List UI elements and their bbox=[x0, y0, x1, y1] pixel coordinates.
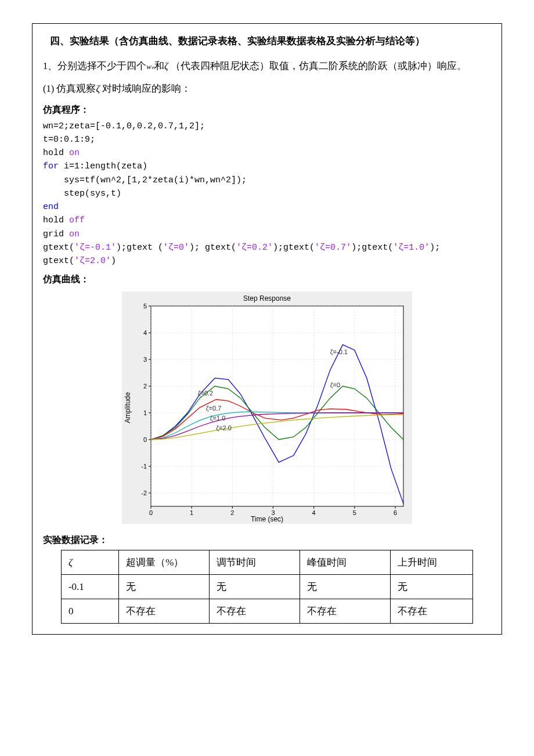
code-l10e: );gtext( bbox=[351, 243, 393, 253]
svg-text:4: 4 bbox=[312, 509, 316, 516]
svg-text:ζ=1.0: ζ=1.0 bbox=[210, 415, 226, 422]
table-cell: 不存在 bbox=[300, 599, 391, 624]
chart-ylabel: Amplitude bbox=[124, 392, 132, 423]
paragraph-2: (1) 仿真观察ζ 对时域响应的影响： bbox=[43, 80, 491, 98]
svg-text:5: 5 bbox=[353, 509, 356, 516]
svg-text:ζ=0.7: ζ=0.7 bbox=[206, 405, 222, 412]
code-l1: wn=2;zeta=[-0.1,0,0.2,0.7,1,2]; bbox=[43, 121, 205, 131]
table-cell: 不存在 bbox=[119, 599, 210, 624]
table-cell: 无 bbox=[210, 575, 300, 599]
table-cell: 无 bbox=[391, 575, 473, 599]
svg-text:-1: -1 bbox=[141, 463, 147, 470]
svg-text:ζ=-0.1: ζ=-0.1 bbox=[330, 348, 348, 355]
paragraph-1: 1、分别选择不少于四个wₙ和ζ （代表四种阻尼状态）取值，仿真二阶系统的阶跃（或… bbox=[43, 57, 491, 75]
table-cell: 不存在 bbox=[210, 599, 300, 624]
para1-text-b: 和 bbox=[154, 60, 164, 71]
svg-text:0: 0 bbox=[149, 509, 153, 516]
code-l10s1: 'ζ=-0.1' bbox=[74, 243, 116, 253]
label-program: 仿真程序： bbox=[43, 104, 491, 116]
code-l4: for bbox=[43, 161, 59, 171]
code-l9b: on bbox=[69, 229, 80, 239]
code-l10s2: 'ζ=0' bbox=[163, 243, 189, 253]
svg-text:ζ=2.0: ζ=2.0 bbox=[216, 424, 232, 431]
table-cell: 无 bbox=[119, 575, 210, 599]
code-l6: step(sys,t) bbox=[43, 189, 121, 199]
table-cell: 不存在 bbox=[391, 599, 473, 624]
code-l10a: gtext( bbox=[43, 243, 74, 253]
code-l7: end bbox=[43, 202, 59, 212]
chart-title: Step Response bbox=[243, 294, 291, 303]
chart-xlabel: Time (sec) bbox=[251, 515, 283, 523]
code-l2: t=0:0.1:9; bbox=[43, 135, 95, 145]
table-row: 0 不存在 不存在 不存在 不存在 bbox=[61, 599, 472, 624]
code-l10b: );gtext ( bbox=[116, 243, 163, 253]
code-l10c: ); gtext( bbox=[189, 243, 236, 253]
table-header-row: ζ 超调量（%） 调节时间 峰值时间 上升时间 bbox=[61, 550, 472, 575]
code-l10d: );gtext( bbox=[273, 243, 315, 253]
step-response-chart: Step Response 0123456-2-1012345ζ=-0.1ζ=0… bbox=[122, 291, 412, 524]
table-header-cell: 峰值时间 bbox=[300, 550, 391, 575]
para1-text-a: 1、分别选择不少于四个 bbox=[43, 60, 146, 71]
code-l8b: off bbox=[69, 215, 85, 225]
svg-text:1: 1 bbox=[190, 509, 193, 516]
section-title: 四、实验结果（含仿真曲线、数据记录表格、实验结果数据表格及实验分析与结论等） bbox=[43, 34, 491, 48]
svg-text:ζ=0.2: ζ=0.2 bbox=[198, 390, 214, 397]
table-row: -0.1 无 无 无 无 bbox=[61, 575, 472, 599]
svg-text:4: 4 bbox=[143, 329, 147, 336]
code-l3b: on bbox=[69, 148, 80, 158]
code-l4b: i=1:length(zeta) bbox=[59, 161, 147, 171]
label-curve: 仿真曲线： bbox=[43, 273, 491, 286]
table-cell: 无 bbox=[300, 575, 391, 599]
zeta-symbol-2: ζ bbox=[96, 83, 100, 94]
data-table: ζ 超调量（%） 调节时间 峰值时间 上升时间 -0.1 无 无 无 无 0 不… bbox=[61, 550, 473, 624]
svg-rect-0 bbox=[151, 306, 403, 506]
para1-wn: wₙ bbox=[146, 62, 154, 71]
table-header-cell: 超调量（%） bbox=[119, 550, 210, 575]
code-l5: sys=tf(wn^2,[1,2*zeta(i)*wn,wn^2]); bbox=[43, 175, 247, 185]
code-l9: grid bbox=[43, 229, 69, 239]
para2-text-a: (1) 仿真观察 bbox=[43, 83, 96, 94]
svg-text:3: 3 bbox=[143, 356, 147, 363]
code-l8: hold bbox=[43, 215, 69, 225]
table-cell: -0.1 bbox=[61, 575, 118, 599]
svg-text:-2: -2 bbox=[141, 489, 147, 496]
code-l11s1: 'ζ=2.0' bbox=[74, 256, 111, 266]
code-l10f: ); bbox=[430, 243, 440, 253]
table-header-cell: ζ bbox=[61, 550, 118, 575]
code-l3: hold bbox=[43, 148, 69, 158]
svg-text:2: 2 bbox=[143, 383, 147, 390]
code-l10s3: 'ζ=0.2' bbox=[236, 243, 273, 253]
label-record: 实验数据记录： bbox=[43, 534, 491, 546]
table-header-cell: 上升时间 bbox=[391, 550, 473, 575]
zeta-symbol-1: ζ bbox=[164, 60, 168, 71]
table-cell: 0 bbox=[61, 599, 118, 624]
para2-text-b: 对时域响应的影响： bbox=[102, 83, 191, 94]
code-l10s4: 'ζ=0.7' bbox=[315, 243, 351, 253]
svg-text:5: 5 bbox=[143, 303, 147, 309]
code-l11a: gtext( bbox=[43, 256, 74, 266]
code-block: wn=2;zeta=[-0.1,0,0.2,0.7,1,2]; t=0:0.1:… bbox=[43, 120, 491, 268]
svg-text:2: 2 bbox=[230, 509, 234, 516]
code-l11b: ) bbox=[111, 256, 116, 266]
svg-text:ζ=0: ζ=0 bbox=[330, 382, 340, 389]
table-header-cell: 调节时间 bbox=[210, 550, 300, 575]
para1-text-c: （代表四种阻尼状态）取值，仿真二阶系统的阶跃（或脉冲）响应。 bbox=[171, 60, 467, 71]
svg-text:1: 1 bbox=[143, 409, 147, 416]
svg-text:0: 0 bbox=[143, 436, 147, 443]
svg-text:6: 6 bbox=[394, 509, 397, 516]
code-l10s5: 'ζ=1.0' bbox=[393, 243, 430, 253]
